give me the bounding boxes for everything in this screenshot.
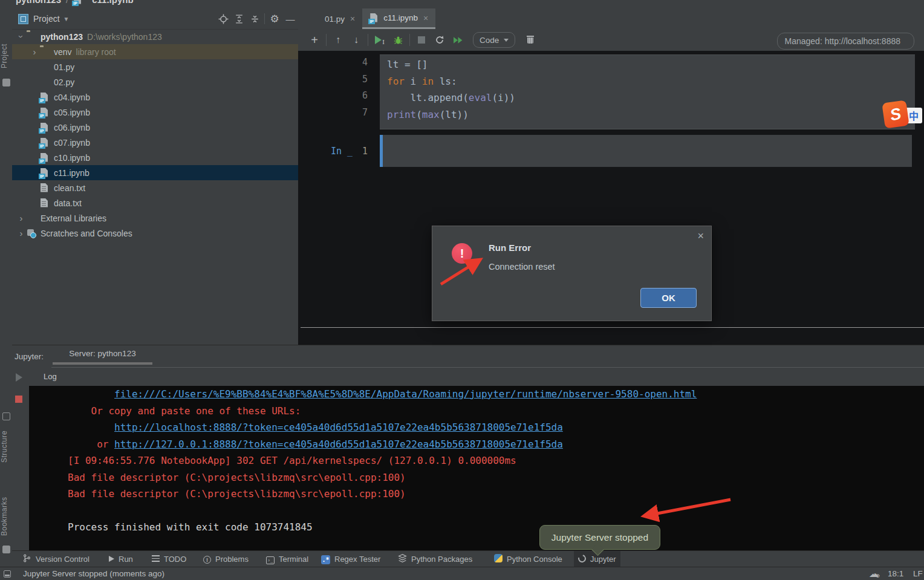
toolwindow-toggle-icon[interactable] (4, 570, 11, 578)
cell-type-dropdown[interactable]: Code (473, 32, 515, 48)
project-stripe-icon[interactable] (2, 79, 10, 86)
tree-item-venv[interactable]: ›venvlibrary root (12, 44, 298, 59)
tree-item-data-txt[interactable]: data.txt (12, 195, 298, 210)
toolwindow-button-version-control[interactable]: Version Control (18, 551, 94, 567)
locate-file-icon[interactable] (215, 11, 231, 27)
stop-kernel-icon[interactable] (412, 32, 431, 48)
cloud-status-icon[interactable]: ☁?⚙ (869, 568, 879, 579)
tree-item-c07-ipynb[interactable]: IPc07.ipynb (12, 135, 298, 150)
tree-item-label: External Libraries (41, 213, 106, 223)
chevron-collapsed-icon[interactable]: › (16, 229, 27, 238)
log-line: or http://127.0.0.1:8888/?token=ce405a40… (68, 436, 924, 453)
chevron-collapsed-icon[interactable]: › (29, 47, 40, 56)
dialog-title: Run Error (489, 243, 531, 253)
chevron-collapsed-icon[interactable]: › (16, 213, 27, 223)
caret-position[interactable]: 18:1 (888, 569, 903, 578)
jupyter-panel-label: Jupyter: (15, 352, 44, 361)
log-line: http://localhost:8888/?token=ce405a40d6d… (68, 419, 924, 436)
close-icon[interactable]: × (423, 13, 428, 23)
move-cell-up-icon[interactable]: ↑ (329, 32, 347, 48)
toolwindow-button-problems[interactable]: !Problems (199, 551, 253, 567)
tab-label: c11.ipynb (383, 13, 418, 22)
log-text: Bad file descriptor (C:\projects\libzmq\… (68, 488, 406, 500)
breadcrumb-separator: / (66, 0, 68, 5)
tree-item-c04-ipynb[interactable]: IPc04.ipynb (12, 90, 298, 105)
tree-item-02-py[interactable]: 02.py (12, 74, 298, 90)
chevron-down-icon[interactable]: ▼ (63, 16, 70, 22)
empty-code-cell[interactable] (380, 135, 912, 167)
structure-stripe-icon[interactable] (2, 412, 10, 420)
close-icon[interactable]: × (350, 14, 355, 24)
jupyter-icon (578, 555, 586, 564)
tree-item-scratches-and-consoles[interactable]: ›Scratches and Consoles (12, 226, 298, 241)
tree-item-external-libraries[interactable]: ›External Libraries (12, 210, 298, 226)
log-link[interactable]: http://127.0.0.1:8888/?token=ce405a40d6d… (114, 438, 563, 450)
jupyter-server-dropdown[interactable]: Managed: http://localhost:8888 (777, 33, 914, 50)
tree-item-label: c06.ipynb (54, 123, 90, 132)
chevron-expanded-icon[interactable]: › (17, 31, 26, 42)
line-number-gutter: 4567 (298, 54, 374, 121)
log-line: Bad file descriptor (C:\projects\libzmq\… (68, 486, 924, 503)
toolwindow-button-python-packages[interactable]: Python Packages (394, 551, 477, 567)
code-token: lt.append( (387, 92, 469, 103)
tree-item-01-py[interactable]: 01.py (12, 59, 298, 74)
code-cell-content: lt = []for i in ls: lt.append(eval(i))pr… (387, 56, 515, 123)
cell-line-number: 1 (298, 146, 368, 157)
run-all-cells-icon[interactable] (449, 32, 467, 48)
project-panel-title[interactable]: Project (33, 14, 60, 24)
ipynb-file-icon: IP (40, 108, 50, 117)
move-cell-down-icon[interactable]: ↓ (347, 32, 365, 48)
collapse-all-icon[interactable] (247, 11, 262, 27)
add-cell-icon[interactable]: + (305, 32, 324, 48)
log-link[interactable]: file:///C:/Users/%E9%BB%84%E4%BF%8A%E5%8… (114, 388, 697, 400)
jupyter-panel-gutter (12, 368, 29, 551)
log-line: file:///C:/Users/%E9%BB%84%E4%BF%8A%E5%8… (68, 386, 924, 403)
libs-file-icon (27, 213, 36, 223)
tree-item-c06-ipynb[interactable]: IPc06.ipynb (12, 120, 298, 135)
editor-tab-c11-ipynb[interactable]: IPc11.ipynb× (362, 8, 435, 29)
folder-file-icon (27, 32, 36, 42)
toolwindow-button-regex-tester[interactable]: .*Regex Tester (317, 551, 385, 567)
server-dropdown-value: Managed: http://localhost:8888 (785, 36, 900, 46)
restart-kernel-icon[interactable] (431, 32, 449, 48)
debug-cell-icon[interactable] (389, 32, 407, 48)
log-line: Or copy and paste one of these URLs: (68, 403, 924, 420)
ok-button[interactable]: OK (640, 288, 697, 308)
jupyter-server-tooltip: Jupyter Server stopped (539, 525, 660, 550)
tree-item-python123[interactable]: ›python123D:\works\python123 (12, 29, 298, 44)
expand-all-icon[interactable] (231, 11, 247, 27)
toolwindow-button-python-console[interactable]: Python Console (490, 551, 567, 567)
stripe-project-button[interactable]: Project (0, 37, 12, 75)
code-token: ls: (434, 76, 457, 87)
code-token: i (405, 76, 422, 87)
stripe-bookmarks-button[interactable]: Bookmarks (0, 491, 12, 542)
editor-tab-01-py[interactable]: 01.py× (304, 8, 362, 29)
stop-server-icon[interactable] (15, 396, 22, 403)
toolwindow-button-run[interactable]: Run (105, 551, 137, 567)
breadcrumb-file: c11.ipynb (92, 0, 133, 5)
log-tab[interactable]: Log (44, 372, 57, 381)
bookmarks-stripe-icon[interactable] (2, 546, 10, 553)
tree-item-clean-txt[interactable]: clean.txt (12, 180, 298, 195)
log-text: [I 09:46:55.776 NotebookApp] 302 GET /ap… (68, 455, 516, 466)
server-log-console[interactable]: file:///C:/Users/%E9%BB%84%E4%BF%8A%E5%8… (29, 386, 924, 551)
run-server-icon[interactable] (16, 373, 22, 382)
tree-item-c11-ipynb[interactable]: IPc11.ipynb (12, 165, 298, 180)
line-ending-indicator[interactable]: LF (913, 569, 923, 578)
run-cell-icon[interactable]: I (371, 32, 389, 48)
log-link[interactable]: http://localhost:8888/?token=ce405a40d6d… (114, 422, 563, 433)
server-tab[interactable]: Server: python123 (53, 349, 152, 365)
left-tool-stripe: Project Structure Bookmarks (0, 8, 13, 567)
delete-cell-icon[interactable] (521, 32, 539, 48)
hide-panel-icon[interactable]: — (282, 11, 298, 27)
tree-item-c10-ipynb[interactable]: IPc10.ipynb (12, 150, 298, 165)
stripe-structure-button[interactable]: Structure (0, 422, 12, 471)
pycharm-window: python123 / IP c11.ipynb Project Structu… (0, 0, 924, 580)
close-icon[interactable]: × (697, 230, 704, 243)
toolwindow-button-todo[interactable]: TODO (148, 551, 190, 567)
tree-item-label: 01.py (54, 62, 74, 72)
settings-gear-icon[interactable]: ⚙ (267, 11, 282, 27)
toolwindow-button-terminal[interactable]: ›_Terminal (262, 551, 313, 567)
code-cell[interactable]: lt = []for i in ls: lt.append(eval(i))pr… (380, 54, 915, 129)
tree-item-c05-ipynb[interactable]: IPc05.ipynb (12, 105, 298, 120)
